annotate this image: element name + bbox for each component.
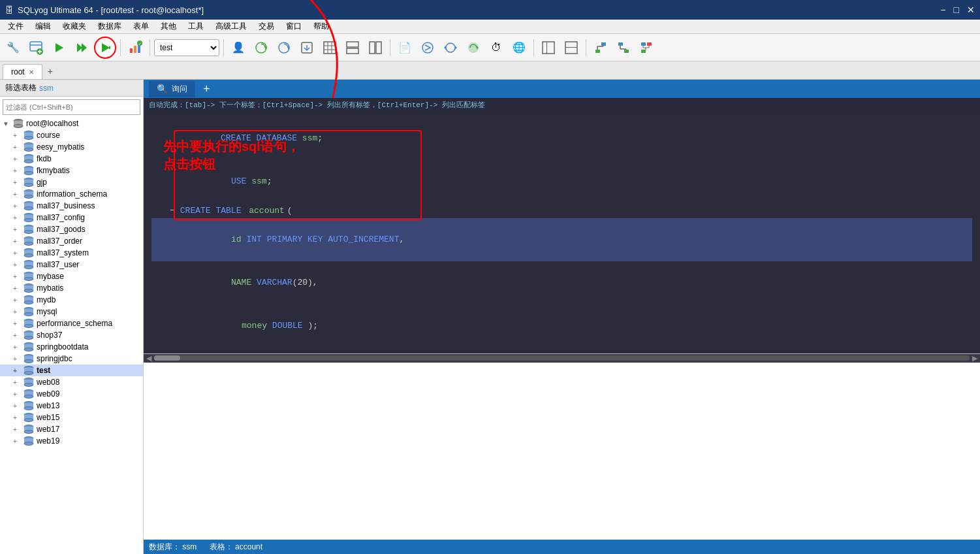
sidebar-filter-input[interactable]: [3, 99, 140, 115]
expand-icon: +: [13, 226, 21, 233]
toolbar-export3-btn[interactable]: [636, 37, 657, 58]
db-item-mall37user[interactable]: + mall37_user: [0, 259, 143, 270]
menu-file[interactable]: 文件: [3, 20, 29, 33]
add-connection-tab[interactable]: +: [42, 63, 58, 79]
db-item-mybatis[interactable]: + mybatis: [0, 282, 143, 294]
menu-window[interactable]: 窗口: [281, 20, 307, 33]
toolbar-grid3-btn[interactable]: [365, 37, 386, 58]
varchar-size: (20),: [292, 278, 318, 287]
toolbar-table-refresh-btn[interactable]: [251, 37, 272, 58]
db-item-server[interactable]: ▼ root@localhost: [0, 118, 143, 129]
db-item-fkdb[interactable]: + fkdb: [0, 153, 143, 165]
db-label: shop37: [37, 331, 62, 340]
db-item-web13[interactable]: + web13: [0, 400, 143, 412]
toolbar-execute-highlighted-btn[interactable]: [94, 37, 116, 59]
menu-tools[interactable]: 工具: [183, 20, 209, 33]
db-item-web09[interactable]: + web09: [0, 388, 143, 400]
kw-double: DOUBLE: [272, 321, 308, 331]
expand-icon: +: [13, 332, 21, 339]
db-item-mall37sys[interactable]: + mall37_system: [0, 247, 143, 259]
sql-editor[interactable]: CREATE DATABASE ssm; USE ssm; − CREATE T…: [144, 112, 980, 353]
db-item-web15[interactable]: + web15: [0, 412, 143, 423]
menu-other[interactable]: 其他: [155, 20, 182, 33]
scroll-track[interactable]: [154, 355, 970, 361]
db-item-mall37biz[interactable]: + mall37_business: [0, 200, 143, 212]
db-item-gjp[interactable]: + gjp: [0, 176, 143, 188]
db-item-eesy[interactable]: + eesy_mybatis: [0, 141, 143, 153]
query-tab-main[interactable]: 🔍 询问: [149, 81, 195, 97]
toolbar-chart-btn[interactable]: ✓: [125, 37, 146, 58]
minimize-button[interactable]: −: [940, 5, 945, 15]
db-label: fkdb: [37, 154, 52, 163]
title-bar: 🗄 SQLyog Ultimate 64 - [root/test - root…: [0, 0, 980, 20]
toolbar-sync3-btn[interactable]: [463, 37, 484, 58]
db-item-mybase[interactable]: + mybase: [0, 270, 143, 282]
db-item-web19[interactable]: + web19: [0, 435, 143, 447]
toolbar-export2-btn[interactable]: [613, 37, 634, 58]
menu-help[interactable]: 帮助: [308, 20, 334, 33]
svg-marker-32: [444, 46, 446, 50]
toolbar-blue-refresh-btn[interactable]: [274, 37, 294, 58]
toolbar-export1-btn[interactable]: [590, 37, 611, 58]
db-item-test[interactable]: + test: [0, 365, 143, 376]
title-bar-controls[interactable]: − □ ✕: [940, 5, 975, 15]
db-item-perf[interactable]: + performance_schema: [0, 318, 143, 329]
scroll-left-arrow[interactable]: ◀: [144, 354, 154, 363]
toolbar-doc-btn[interactable]: 📄: [394, 37, 415, 58]
horizontal-scrollbar[interactable]: ◀ ▶: [144, 353, 980, 363]
menu-database[interactable]: 数据库: [93, 20, 127, 33]
db-item-springjdbc[interactable]: + springjdbc: [0, 353, 143, 365]
svg-point-88: [24, 242, 33, 246]
db-item-fkmybatis[interactable]: + fkmybatis: [0, 165, 143, 176]
semicolon1: ;: [317, 133, 323, 143]
toolbar-grid2-btn[interactable]: [342, 37, 363, 58]
toolbar-sync1-btn[interactable]: [417, 37, 438, 58]
close-button[interactable]: ✕: [967, 5, 975, 15]
svg-point-106: [24, 313, 33, 316]
database-selector[interactable]: test: [154, 39, 219, 56]
menu-transaction[interactable]: 交易: [253, 20, 279, 33]
toolbar-layout1-btn[interactable]: [538, 37, 559, 58]
toolbar-globe-btn[interactable]: 🌐: [509, 37, 530, 58]
db-item-mydb[interactable]: + mydb: [0, 294, 143, 306]
db-item-mall37cfg[interactable]: + mall37_config: [0, 212, 143, 223]
svg-point-73: [24, 184, 33, 187]
toolbar-clock-btn[interactable]: ⏱: [486, 37, 507, 58]
db-item-web08[interactable]: + web08: [0, 376, 143, 388]
menu-table[interactable]: 表单: [128, 20, 154, 33]
toolbar-play-btn[interactable]: [48, 37, 69, 58]
query-tab-bar: 🔍 询问 +: [144, 80, 980, 98]
connection-tab-root[interactable]: root ✕: [3, 64, 42, 79]
menu-edit[interactable]: 编辑: [30, 20, 56, 33]
connection-tab-close[interactable]: ✕: [29, 69, 34, 76]
db-item-course[interactable]: + course: [0, 129, 143, 141]
expand-icon: +: [13, 402, 21, 410]
db-item-information[interactable]: + information_schema: [0, 188, 143, 200]
toolbar-wrench-btn[interactable]: 🔧: [3, 37, 24, 58]
db-label: web08: [37, 378, 59, 387]
svg-marker-8: [102, 43, 110, 52]
db-item-mall37goods[interactable]: + mall37_goods: [0, 223, 143, 235]
sql-line-1: CREATE DATABASE ssm;: [151, 117, 972, 160]
toolbar-import-btn[interactable]: [296, 37, 317, 58]
toolbar-new-connection-btn[interactable]: [25, 37, 46, 58]
add-query-tab[interactable]: +: [198, 82, 215, 96]
toolbar-sync2-btn[interactable]: [440, 37, 461, 58]
db-item-web17[interactable]: + web17: [0, 423, 143, 435]
expand-icon: +: [13, 414, 21, 421]
toolbar-grid1-btn[interactable]: [319, 37, 340, 58]
maximize-button[interactable]: □: [954, 5, 959, 15]
db-item-springboot[interactable]: + springbootdata: [0, 341, 143, 353]
db-item-shop37[interactable]: + shop37: [0, 329, 143, 341]
db-item-mysql[interactable]: + mysql: [0, 306, 143, 318]
toolbar-fast-forward-btn[interactable]: [71, 37, 92, 58]
menu-advanced-tools[interactable]: 高级工具: [210, 20, 252, 33]
expand-icon: +: [13, 308, 21, 316]
toolbar-user-btn[interactable]: 👤: [228, 37, 249, 58]
db-item-mall37order[interactable]: + mall37_order: [0, 235, 143, 247]
db-label: web17: [37, 425, 59, 434]
menu-favorites[interactable]: 收藏夹: [57, 20, 91, 33]
toolbar-layout2-btn[interactable]: [561, 37, 582, 58]
scroll-right-arrow[interactable]: ▶: [970, 354, 980, 363]
kw-money: money: [242, 321, 272, 331]
